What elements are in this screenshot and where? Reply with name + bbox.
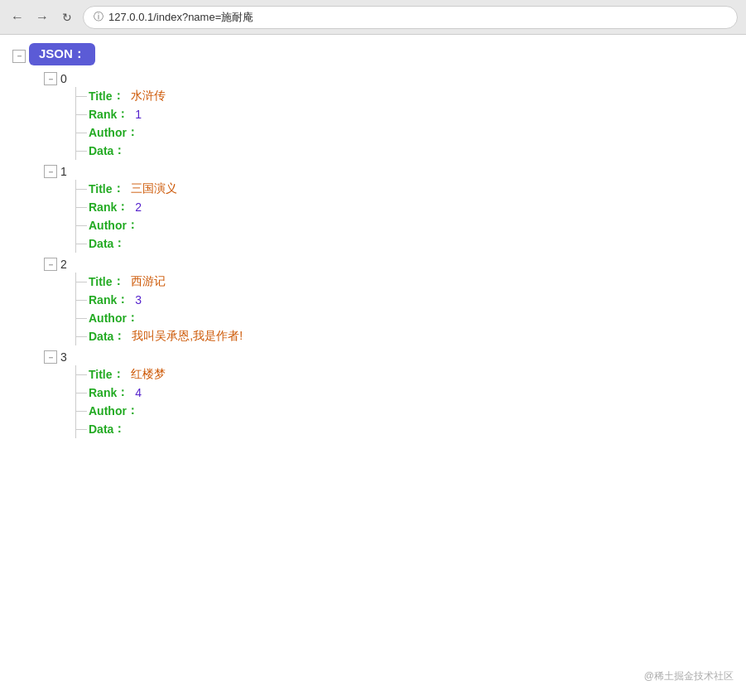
author-colon-0: ： [127,125,138,140]
rank-key-1: Rank [89,200,117,214]
children-2: Title： 西游记 Rank： 3 Author： Data： [75,273,734,345]
index-2: 2 [60,258,67,271]
field-data-1: Data： [75,234,734,253]
field-rank-1: Rank： 2 [75,198,734,216]
json-viewer: － JSON： － 0 Title： 水浒传 [12,43,734,438]
root-toggle[interactable]: － [12,50,26,63]
index-3: 3 [60,350,67,364]
field-author-1: Author： [75,216,734,234]
rank-colon-0: ： [117,107,128,122]
title-key-1: Title [89,182,113,196]
main-content: － JSON： － 0 Title： 水浒传 [0,35,746,700]
data-value-2: 我叫吴承恩,我是作者! [132,329,243,344]
title-key-0: Title [89,89,113,103]
data-key-2: Data [89,330,113,343]
watermark: @稀土掘金技术社区 [644,669,734,683]
item-1: － 1 Title： 三国演义 Rank： 2 Author： [44,165,734,253]
index-1: 1 [60,165,67,178]
field-title-0: Title： 水浒传 [75,87,734,105]
rank-value-0: 1 [135,108,142,121]
data-key-0: Data [89,144,113,157]
author-key-1: Author [89,219,127,232]
root-children: － 0 Title： 水浒传 Rank： 1 Author： [44,72,734,438]
item-0: － 0 Title： 水浒传 Rank： 1 Author： [44,72,734,160]
field-title-2: Title： 西游记 [75,273,734,291]
author-key-3: Author [89,404,127,418]
title-value-0: 水浒传 [131,89,166,104]
back-button[interactable]: ← [8,8,26,27]
index-row-1: － 1 [44,165,734,178]
author-colon-1: ： [127,218,138,233]
data-key-1: Data [89,237,113,250]
address-bar: ⓘ 127.0.0.1/index?name=施耐庵 [83,6,738,29]
title-colon-0: ： [113,89,124,104]
forward-button[interactable]: → [33,8,51,27]
field-rank-0: Rank： 1 [75,105,734,123]
rank-colon-2: ： [117,292,128,307]
toggle-2[interactable]: － [44,258,57,271]
author-colon-2: ： [127,311,138,326]
browser-chrome: ← → ↻ ⓘ 127.0.0.1/index?name=施耐庵 [0,0,746,35]
author-key-2: Author [89,311,127,325]
title-value-3: 红楼梦 [131,367,166,382]
browser-window: ← → ↻ ⓘ 127.0.0.1/index?name=施耐庵 － JSON：… [0,0,746,700]
reload-button[interactable]: ↻ [58,8,76,27]
field-title-3: Title： 红楼梦 [75,365,734,384]
field-rank-2: Rank： 3 [75,291,734,309]
field-title-1: Title： 三国演义 [75,180,734,198]
index-row-3: － 3 [44,350,734,364]
data-colon-0: ： [113,143,125,158]
title-colon-2: ： [113,274,124,289]
item-2: － 2 Title： 西游记 Rank： 3 Author： [44,258,734,345]
children-0: Title： 水浒传 Rank： 1 Author： Data： [75,87,734,160]
children-3: Title： 红楼梦 Rank： 4 Author： Data： [75,365,734,438]
root-row: － JSON： [12,43,734,69]
data-colon-3: ： [113,422,125,437]
lock-icon: ⓘ [94,10,103,24]
field-author-0: Author： [75,123,734,142]
data-key-3: Data [89,422,113,436]
rank-key-3: Rank [89,386,117,399]
data-colon-2: ： [113,329,125,344]
rank-value-3: 4 [135,386,142,399]
rank-key-0: Rank [89,108,117,121]
children-1: Title： 三国演义 Rank： 2 Author： Data： [75,180,734,253]
item-3: － 3 Title： 红楼梦 Rank： 4 Author： [44,350,734,438]
toggle-1[interactable]: － [44,165,57,178]
title-value-2: 西游记 [131,274,166,289]
title-key-3: Title [89,368,113,381]
field-data-2: Data： 我叫吴承恩,我是作者! [75,327,734,345]
field-data-0: Data： [75,142,734,160]
field-rank-3: Rank： 4 [75,384,734,402]
title-value-1: 三国演义 [131,181,177,196]
rank-key-2: Rank [89,293,117,307]
field-author-2: Author： [75,309,734,327]
index-0: 0 [60,72,67,85]
index-row-0: － 0 [44,72,734,85]
field-data-3: Data： [75,420,734,438]
rank-colon-3: ： [117,385,128,400]
toggle-0[interactable]: － [44,72,57,85]
rank-colon-1: ： [117,200,128,215]
toggle-3[interactable]: － [44,350,57,364]
title-key-2: Title [89,275,113,288]
url-text: 127.0.0.1/index?name=施耐庵 [108,10,253,25]
data-colon-1: ： [113,236,125,251]
json-root-label: JSON： [29,43,95,65]
rank-value-1: 2 [135,200,142,214]
author-key-0: Author [89,126,127,139]
field-author-3: Author： [75,402,734,420]
rank-value-2: 3 [135,293,142,307]
author-colon-3: ： [127,403,138,418]
title-colon-1: ： [113,181,124,196]
title-colon-3: ： [113,367,124,382]
index-row-2: － 2 [44,258,734,271]
